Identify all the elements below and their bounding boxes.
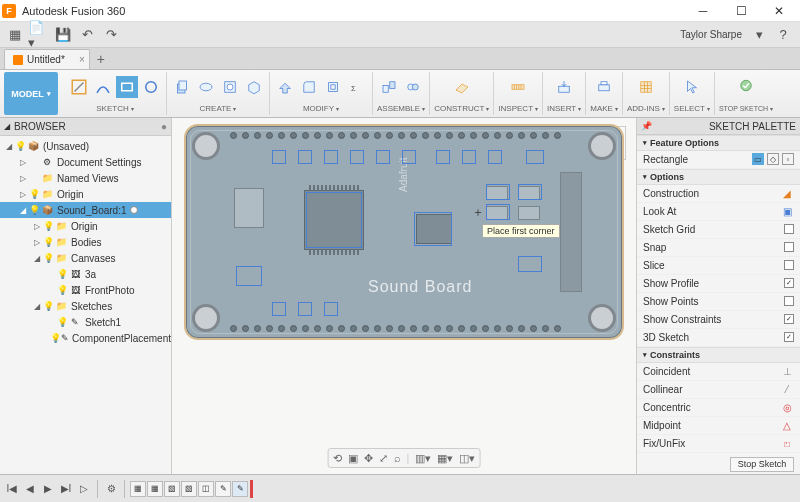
option-icon[interactable]: ▣ xyxy=(780,204,794,218)
rect-3point-icon[interactable]: ◇ xyxy=(767,153,779,165)
ribbon-label-stop[interactable]: STOP SKETCH xyxy=(719,102,773,114)
timeline-feature[interactable]: ✎ xyxy=(215,481,231,497)
timeline-settings-button[interactable]: ⚙ xyxy=(103,481,119,497)
timeline-back-button[interactable]: ◀ xyxy=(22,481,38,497)
tree-item[interactable]: 💡🖼3a xyxy=(0,266,171,282)
tree-item[interactable]: ▷⚙Document Settings xyxy=(0,154,171,170)
tab-close-button[interactable]: × xyxy=(79,54,85,65)
ribbon-label-assemble[interactable]: ASSEMBLE xyxy=(377,102,425,114)
tree-item[interactable]: 💡🖼FrontPhoto xyxy=(0,282,171,298)
file-menu-button[interactable]: 📄▾ xyxy=(28,25,50,45)
tree-item[interactable]: ◢💡📁Canvases xyxy=(0,250,171,266)
ribbon-label-modify[interactable]: MODIFY xyxy=(303,102,339,114)
checkbox[interactable] xyxy=(784,278,794,288)
user-name[interactable]: Taylor Sharpe xyxy=(680,29,742,40)
timeline-feature[interactable]: ✎ xyxy=(232,481,248,497)
palette-constraint-row[interactable]: Coincident⊥ xyxy=(637,363,800,381)
palette-section-constraints[interactable]: Constraints xyxy=(637,347,800,363)
checkbox[interactable] xyxy=(784,296,794,306)
ribbon-label-inspect[interactable]: INSPECT xyxy=(498,102,538,114)
palette-header[interactable]: 📌 SKETCH PALETTE xyxy=(637,118,800,135)
tree-item[interactable]: ▷💡📁Origin xyxy=(0,218,171,234)
tree-item[interactable]: ▷💡📁Bodies xyxy=(0,234,171,250)
plane-icon[interactable] xyxy=(451,76,473,98)
timeline-feature[interactable]: ◫ xyxy=(198,481,214,497)
checkbox[interactable] xyxy=(784,314,794,324)
ribbon-label-select[interactable]: SELECT xyxy=(674,102,710,114)
palette-constraint-row[interactable]: Midpoint△ xyxy=(637,417,800,435)
tree-item[interactable]: ◢💡📁Sketches xyxy=(0,298,171,314)
save-button[interactable]: 💾 xyxy=(52,25,74,45)
workspace-switcher[interactable]: MODEL xyxy=(4,72,58,115)
tree-item[interactable]: ▷💡📁Origin xyxy=(0,186,171,202)
create-sketch-icon[interactable] xyxy=(68,76,90,98)
pin-icon[interactable]: ● xyxy=(161,121,167,132)
parameters-icon[interactable]: Σ xyxy=(346,76,368,98)
tree-item[interactable]: ◢💡📦Sound_Board:1 xyxy=(0,202,171,218)
extrude-icon[interactable] xyxy=(171,76,193,98)
ribbon-label-addins[interactable]: ADD-INS xyxy=(627,102,665,114)
ribbon-label-make[interactable]: MAKE xyxy=(590,102,618,114)
component-icon[interactable] xyxy=(378,76,400,98)
rect-2point-icon[interactable]: ▭ xyxy=(752,153,764,165)
model-canvas[interactable]: TOP zx Sound Board Adafruit xyxy=(172,118,636,474)
palette-pin-icon[interactable]: 📌 xyxy=(641,121,652,131)
checkbox[interactable] xyxy=(784,242,794,252)
grid-icon[interactable]: ▦▾ xyxy=(437,452,453,465)
palette-section-options[interactable]: Options xyxy=(637,169,800,185)
tree-item[interactable]: 💡✎Sketch1 xyxy=(0,314,171,330)
checkbox[interactable] xyxy=(784,332,794,342)
maximize-button[interactable]: ☐ xyxy=(722,0,760,22)
fillet-icon[interactable] xyxy=(298,76,320,98)
user-menu-icon[interactable]: ▾ xyxy=(748,25,770,45)
palette-constraint-row[interactable]: Fix/UnFix⏍ xyxy=(637,435,800,453)
ribbon-label-construct[interactable]: CONSTRUCT xyxy=(434,102,489,114)
undo-button[interactable]: ↶ xyxy=(76,25,98,45)
palette-constraint-row[interactable]: Collinear∕ xyxy=(637,381,800,399)
checkbox[interactable] xyxy=(784,260,794,270)
timeline-feature[interactable]: ▧ xyxy=(181,481,197,497)
browser-header[interactable]: ◢ BROWSER ● xyxy=(0,118,171,136)
circle-icon[interactable] xyxy=(140,76,162,98)
fit-icon[interactable]: ⌕ xyxy=(394,452,401,464)
viewport-icon[interactable]: ◫▾ xyxy=(459,452,475,465)
tree-item[interactable]: 💡✎ComponentPlacement xyxy=(0,330,171,346)
hole-icon[interactable] xyxy=(219,76,241,98)
print-icon[interactable] xyxy=(593,76,615,98)
addins-icon[interactable] xyxy=(635,76,657,98)
line-icon[interactable] xyxy=(92,76,114,98)
select-icon[interactable] xyxy=(681,76,703,98)
close-button[interactable]: ✕ xyxy=(760,0,798,22)
rectangle-icon[interactable] xyxy=(116,76,138,98)
checkbox[interactable] xyxy=(784,224,794,234)
collapse-icon[interactable]: ◢ xyxy=(4,122,10,131)
redo-button[interactable]: ↷ xyxy=(100,25,122,45)
stop-sketch-button[interactable]: Stop Sketch xyxy=(730,457,794,472)
ribbon-label-create[interactable]: CREATE xyxy=(200,102,237,114)
measure-icon[interactable] xyxy=(507,76,529,98)
pan-icon[interactable]: ✥ xyxy=(364,452,373,465)
timeline-end-button[interactable]: ▶I xyxy=(58,481,74,497)
orbit-icon[interactable]: ⟲ xyxy=(333,452,342,465)
minimize-button[interactable]: ─ xyxy=(684,0,722,22)
presspull-icon[interactable] xyxy=(274,76,296,98)
timeline-feature[interactable]: ▧ xyxy=(164,481,180,497)
timeline-feature[interactable]: ▦ xyxy=(130,481,146,497)
data-panel-button[interactable]: ▦ xyxy=(4,25,26,45)
document-tab[interactable]: Untitled* × xyxy=(4,49,90,69)
display-icon[interactable]: ▥▾ xyxy=(415,452,431,465)
timeline-fwd-button[interactable]: ▶ xyxy=(40,481,56,497)
palette-constraint-row[interactable]: Concentric◎ xyxy=(637,399,800,417)
new-tab-button[interactable]: + xyxy=(92,49,110,69)
palette-section-feature[interactable]: Feature Options xyxy=(637,135,800,151)
lookat-icon[interactable]: ▣ xyxy=(348,452,358,465)
timeline-start-button[interactable]: I◀ xyxy=(4,481,20,497)
timeline-play-button[interactable]: ▷ xyxy=(76,481,92,497)
tree-item[interactable]: ▷📁Named Views xyxy=(0,170,171,186)
joint-icon[interactable] xyxy=(402,76,424,98)
rect-center-icon[interactable]: ▫ xyxy=(782,153,794,165)
tree-root[interactable]: ◢💡 📦 (Unsaved) xyxy=(0,138,171,154)
revolve-icon[interactable] xyxy=(195,76,217,98)
timeline-feature[interactable]: ▦ xyxy=(147,481,163,497)
zoom-icon[interactable]: ⤢ xyxy=(379,452,388,465)
